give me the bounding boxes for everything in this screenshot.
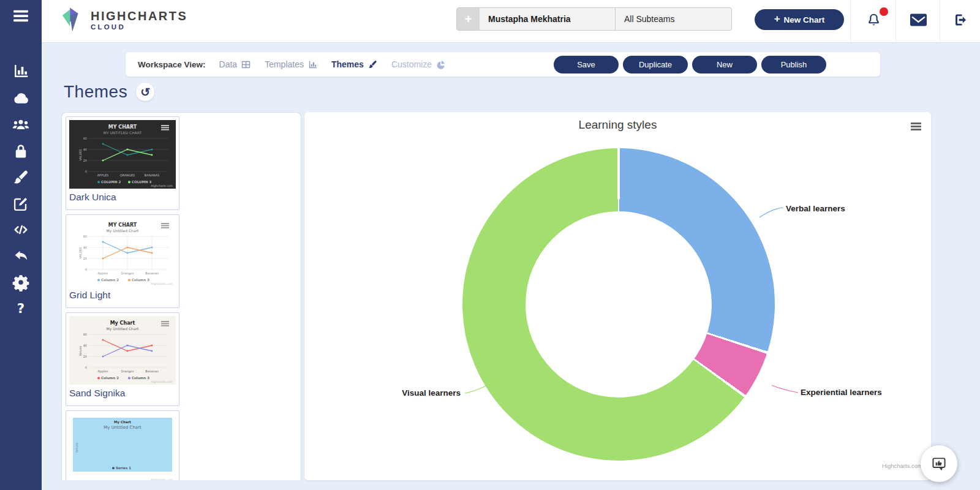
sign-out-icon: [952, 12, 969, 31]
svg-text:Column 2: Column 2: [101, 278, 119, 282]
messages-button[interactable]: [895, 0, 940, 42]
svg-text:Column 2: Column 2: [101, 376, 119, 380]
sidebar: ?: [0, 0, 42, 490]
theme-card-sand-signika[interactable]: My ChartMy Untitled Chart6040200ValuesAp…: [66, 312, 179, 406]
feedback-thumbs-up-icon: [930, 455, 948, 472]
theme-thumbnail: My ChartMy Untitled ChartValuesSeries 1H…: [69, 414, 176, 480]
envelope-icon: [910, 12, 927, 31]
svg-text:?: ?: [17, 301, 24, 316]
theme-label: Sand Signika: [69, 385, 176, 399]
pie-icon: [435, 59, 446, 70]
hamburger-menu-icon[interactable]: [9, 7, 32, 25]
workspace-view-label: Workspace View:: [138, 60, 206, 69]
workspace-view-bar: Workspace View: DataTemplatesThemesCusto…: [126, 52, 880, 77]
new-button[interactable]: New: [692, 56, 757, 74]
theme-card-dark-unica[interactable]: MY CHARTMY UNTITLED CHART6040200VALUESAP…: [66, 116, 179, 210]
sidebar-item-bar-chart[interactable]: [12, 62, 30, 80]
svg-text:Highcharts.com: Highcharts.com: [151, 282, 173, 285]
publish-button[interactable]: Publish: [761, 56, 826, 74]
themes-list-panel: MY CHARTMY UNTITLED CHART6040200VALUESAP…: [61, 112, 301, 480]
tab-label: Themes: [331, 59, 364, 69]
sidebar-item-cloud[interactable]: [12, 89, 30, 108]
tab-data[interactable]: Data: [219, 59, 252, 70]
page-title: Themes: [64, 82, 127, 102]
team-selector: + Mustapha Mekhatria All Subteams: [456, 7, 732, 31]
table-icon: [241, 59, 251, 70]
svg-text:Oranges: Oranges: [121, 369, 134, 374]
svg-text:Bananas: Bananas: [145, 271, 159, 275]
undo-icon: [12, 257, 30, 267]
sidebar-item-gear[interactable]: [12, 273, 30, 292]
tab-templates[interactable]: Templates: [265, 59, 318, 70]
svg-text:Highcharts.com: Highcharts.com: [151, 380, 173, 383]
svg-text:20: 20: [83, 159, 87, 162]
user-name[interactable]: Mustapha Mekhatria: [480, 8, 615, 30]
theme-label: Grid Light: [69, 287, 176, 301]
theme-thumbnail: My ChartMy Untitled Chart6040200ValuesAp…: [69, 316, 176, 385]
feedback-button[interactable]: [921, 445, 957, 482]
sidebar-item-users[interactable]: [12, 116, 30, 134]
undo-icon: ↺: [140, 86, 150, 98]
help-icon: ?: [12, 309, 30, 320]
brand-subtitle: CLOUD: [91, 23, 187, 31]
svg-text:0: 0: [85, 366, 87, 369]
sign-out-button[interactable]: [940, 0, 980, 42]
sidebar-item-lock[interactable]: [12, 142, 30, 160]
svg-text:My Untitled Chart: My Untitled Chart: [107, 326, 139, 331]
reset-theme-button[interactable]: ↺: [136, 83, 154, 101]
theme-thumbnail: MY CHARTMY UNTITLED CHART6040200VALUESAP…: [69, 120, 176, 189]
svg-text:My Chart: My Chart: [110, 320, 135, 326]
sidebar-item-help[interactable]: ?: [12, 300, 30, 318]
svg-text:60: 60: [83, 235, 87, 238]
data-label-visual-learners: Visual learners: [402, 388, 461, 398]
new-chart-button[interactable]: + New Chart: [755, 9, 844, 30]
brush-icon: [12, 178, 30, 189]
notification-badge: [880, 7, 888, 16]
theme-card-marketing-theme[interactable]: My ChartMy Untitled ChartValuesSeries 1H…: [66, 410, 179, 480]
svg-text:Highcharts.com: Highcharts.com: [151, 184, 173, 187]
chart-title: Learning styles: [304, 118, 931, 132]
sidebar-item-code[interactable]: [12, 221, 30, 239]
gear-icon: [12, 283, 30, 293]
svg-text:Apples: Apples: [98, 369, 108, 374]
svg-text:Oranges: Oranges: [121, 271, 134, 276]
notifications-button[interactable]: [850, 0, 896, 42]
theme-label: Dark Unica: [69, 189, 176, 203]
tab-label: Templates: [265, 59, 304, 69]
users-icon: [12, 126, 30, 136]
donut-chart[interactable]: [462, 148, 775, 461]
subteam-select[interactable]: All Subteams: [615, 8, 731, 30]
bell-icon: [865, 12, 882, 31]
tab-label: Data: [219, 59, 238, 69]
svg-text:COLUMN 2: COLUMN 2: [101, 180, 121, 184]
svg-text:VALUES: VALUES: [78, 149, 82, 160]
tab-customize[interactable]: Customize: [391, 59, 446, 70]
cloud-icon: [12, 99, 30, 110]
save-button[interactable]: Save: [554, 56, 619, 74]
tab-label: Customize: [391, 59, 432, 69]
bar-chart-icon: [12, 72, 30, 82]
theme-thumbnail: MY CHARTMy Untitled Chart6040200VALUESAp…: [69, 218, 176, 287]
brush-icon: [368, 59, 378, 70]
add-team-button[interactable]: +: [457, 8, 480, 30]
svg-text:MY CHART: MY CHART: [108, 222, 137, 228]
svg-text:Highcharts.com: Highcharts.com: [151, 478, 173, 480]
highcharts-watermark: Highcharts.com: [882, 462, 922, 469]
lock-icon: [12, 152, 30, 162]
sidebar-item-edit[interactable]: [12, 195, 30, 213]
svg-text:VALUES: VALUES: [78, 247, 82, 258]
svg-text:ORANGES: ORANGES: [120, 173, 135, 177]
duplicate-button[interactable]: Duplicate: [623, 56, 688, 74]
highcharts-cloud-app: { "brand": {"name": "HIGHCHARTS", "sub":…: [0, 0, 980, 490]
svg-text:MY UNTITLED CHART: MY UNTITLED CHART: [104, 130, 142, 135]
svg-text:40: 40: [83, 344, 87, 347]
chart-context-menu-icon[interactable]: [911, 123, 921, 131]
highcharts-logo-mark: [61, 6, 85, 34]
tab-themes[interactable]: Themes: [331, 59, 378, 70]
sidebar-item-brush[interactable]: [12, 168, 30, 187]
svg-text:60: 60: [83, 333, 87, 336]
theme-card-grid-light[interactable]: MY CHARTMy Untitled Chart6040200VALUESAp…: [66, 214, 179, 308]
edit-icon: [12, 205, 30, 215]
sidebar-item-undo[interactable]: [12, 247, 30, 265]
svg-text:20: 20: [83, 257, 87, 260]
